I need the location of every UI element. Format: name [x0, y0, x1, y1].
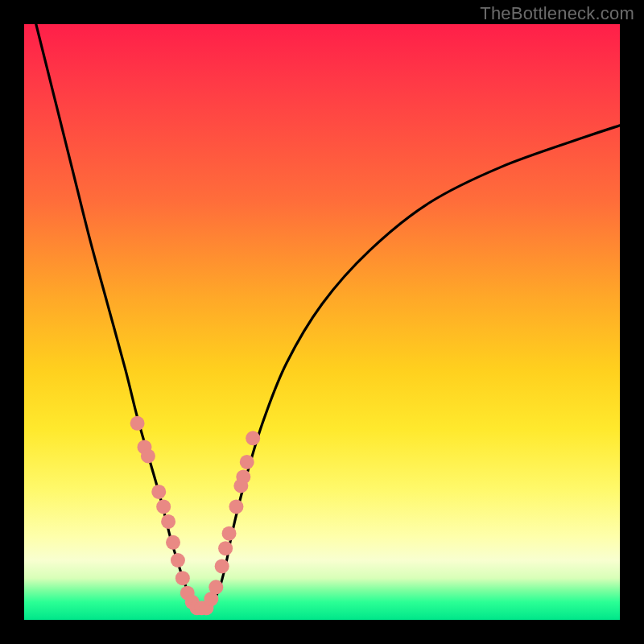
curve-overlay: [24, 24, 620, 620]
marker-point: [175, 571, 190, 585]
marker-point: [166, 535, 180, 550]
marker-point: [240, 455, 254, 469]
marker-point: [171, 553, 185, 568]
watermark-text: TheBottleneck.com: [480, 3, 634, 24]
marker-point: [246, 431, 260, 445]
marker-point: [141, 449, 155, 464]
marker-point: [229, 499, 243, 514]
marker-point: [218, 541, 233, 555]
marker-group: [130, 416, 261, 615]
bottleneck-curve: [36, 24, 620, 611]
marker-point: [151, 485, 166, 499]
marker-point: [222, 526, 237, 541]
chart-frame: TheBottleneck.com: [0, 0, 644, 644]
marker-point: [156, 499, 171, 514]
marker-point: [161, 514, 175, 529]
marker-point: [130, 416, 145, 431]
marker-point: [208, 580, 223, 594]
marker-point: [215, 559, 229, 573]
marker-point: [236, 469, 250, 484]
